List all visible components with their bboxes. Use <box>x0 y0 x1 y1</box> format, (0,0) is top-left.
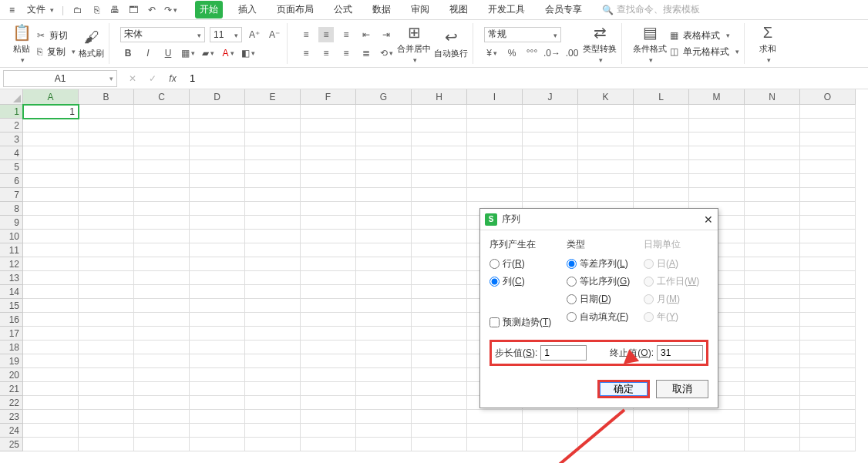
cell-O18[interactable] <box>800 341 856 354</box>
cell-C25[interactable] <box>134 438 190 451</box>
cell-H8[interactable] <box>412 202 467 216</box>
cell-I3[interactable] <box>467 133 523 146</box>
cell-F2[interactable] <box>301 119 356 133</box>
cell-N25[interactable] <box>745 438 800 451</box>
row-header-20[interactable]: 20 <box>0 368 23 382</box>
cell-N22[interactable] <box>745 396 800 410</box>
type-convert-button[interactable]: ⇄类型转换 <box>583 23 617 64</box>
cell-D8[interactable] <box>190 202 245 216</box>
cell-F13[interactable] <box>301 271 356 285</box>
cell-B1[interactable] <box>79 105 134 119</box>
dialog-close-button[interactable]: ✕ <box>704 213 713 226</box>
cell-F12[interactable] <box>301 257 356 271</box>
cell-G20[interactable] <box>356 368 412 382</box>
cell-F1[interactable] <box>301 105 356 119</box>
cell-E9[interactable] <box>245 216 301 230</box>
cell-O14[interactable] <box>800 285 856 299</box>
indent-decrease-icon[interactable]: ⇤ <box>358 27 374 42</box>
orientation-icon[interactable]: ⟲ <box>378 45 394 61</box>
redo-icon[interactable]: ↷ <box>164 4 177 16</box>
cell-H18[interactable] <box>412 341 467 354</box>
align-top-icon[interactable]: ≡ <box>298 27 314 42</box>
cell-F9[interactable] <box>301 216 356 230</box>
cell-G24[interactable] <box>356 424 412 438</box>
cell-F24[interactable] <box>301 424 356 438</box>
wrap-text-button[interactable]: ↩自动换行 <box>434 28 468 59</box>
cell-B10[interactable] <box>79 230 134 243</box>
cell-E6[interactable] <box>245 174 301 188</box>
cell-K5[interactable] <box>578 160 634 174</box>
cell-D4[interactable] <box>190 146 245 160</box>
cancel-edit-icon[interactable]: ✕ <box>125 71 140 86</box>
row-header-23[interactable]: 23 <box>0 410 23 424</box>
decrease-decimal-icon[interactable]: .00 <box>564 45 580 61</box>
cell-A20[interactable] <box>23 368 79 382</box>
tab-formula[interactable]: 公式 <box>329 1 357 18</box>
cell-B14[interactable] <box>79 285 134 299</box>
cell-I2[interactable] <box>467 119 523 133</box>
cell-J23[interactable] <box>523 410 578 424</box>
sum-button[interactable]: Σ求和 <box>755 24 780 64</box>
cell-A24[interactable] <box>23 424 79 438</box>
font-grow-button[interactable]: A⁺ <box>247 27 262 42</box>
cancel-button[interactable]: 取消 <box>656 380 708 398</box>
col-header-M[interactable]: M <box>689 89 745 105</box>
cell-N11[interactable] <box>745 243 800 257</box>
cell-A25[interactable] <box>23 438 79 451</box>
cell-D15[interactable] <box>190 299 245 313</box>
cell-F15[interactable] <box>301 299 356 313</box>
cell-F21[interactable] <box>301 382 356 396</box>
print-preview-icon[interactable]: 🗔 <box>127 4 140 16</box>
cell-O9[interactable] <box>800 216 856 230</box>
row-header-25[interactable]: 25 <box>0 438 23 451</box>
tab-review[interactable]: 审阅 <box>406 1 434 18</box>
cell-L23[interactable] <box>634 410 689 424</box>
cell-C15[interactable] <box>134 299 190 313</box>
cell-G16[interactable] <box>356 313 412 327</box>
row-header-5[interactable]: 5 <box>0 160 23 174</box>
font-name-select[interactable]: 宋体 <box>120 27 205 42</box>
cell-D7[interactable] <box>190 188 245 202</box>
cell-K2[interactable] <box>578 119 634 133</box>
series-col-radio[interactable]: 列(C) <box>490 275 554 288</box>
cell-K23[interactable] <box>578 410 634 424</box>
align-right-icon[interactable]: ≡ <box>338 45 354 61</box>
cell-A12[interactable] <box>23 257 79 271</box>
cell-I4[interactable] <box>467 146 523 160</box>
cell-H4[interactable] <box>412 146 467 160</box>
cell-N15[interactable] <box>745 299 800 313</box>
cell-B7[interactable] <box>79 188 134 202</box>
confirm-edit-icon[interactable]: ✓ <box>145 71 160 86</box>
cell-B16[interactable] <box>79 313 134 327</box>
row-header-1[interactable]: 1 <box>0 105 23 119</box>
cell-A18[interactable] <box>23 341 79 354</box>
cell-G3[interactable] <box>356 133 412 146</box>
cell-K6[interactable] <box>578 174 634 188</box>
cell-A5[interactable] <box>23 160 79 174</box>
cell-B9[interactable] <box>79 216 134 230</box>
cell-D23[interactable] <box>190 410 245 424</box>
command-search[interactable]: 🔍 查找命令、搜索模板 <box>602 3 700 16</box>
cell-I24[interactable] <box>467 424 523 438</box>
cell-M6[interactable] <box>689 174 745 188</box>
cell-C17[interactable] <box>134 327 190 341</box>
cell-L3[interactable] <box>634 133 689 146</box>
cell-O10[interactable] <box>800 230 856 243</box>
cell-C13[interactable] <box>134 271 190 285</box>
cell-C4[interactable] <box>134 146 190 160</box>
cell-A14[interactable] <box>23 285 79 299</box>
col-header-B[interactable]: B <box>79 89 134 105</box>
cell-N20[interactable] <box>745 368 800 382</box>
cell-E25[interactable] <box>245 438 301 451</box>
cell-J2[interactable] <box>523 119 578 133</box>
cell-C8[interactable] <box>134 202 190 216</box>
cell-K3[interactable] <box>578 133 634 146</box>
cell-O17[interactable] <box>800 327 856 341</box>
cell-A4[interactable] <box>23 146 79 160</box>
cell-A21[interactable] <box>23 382 79 396</box>
series-row-radio[interactable]: 行(R) <box>490 257 554 270</box>
cell-C22[interactable] <box>134 396 190 410</box>
tab-start[interactable]: 开始 <box>195 1 223 18</box>
col-header-L[interactable]: L <box>634 89 689 105</box>
cell-E13[interactable] <box>245 271 301 285</box>
